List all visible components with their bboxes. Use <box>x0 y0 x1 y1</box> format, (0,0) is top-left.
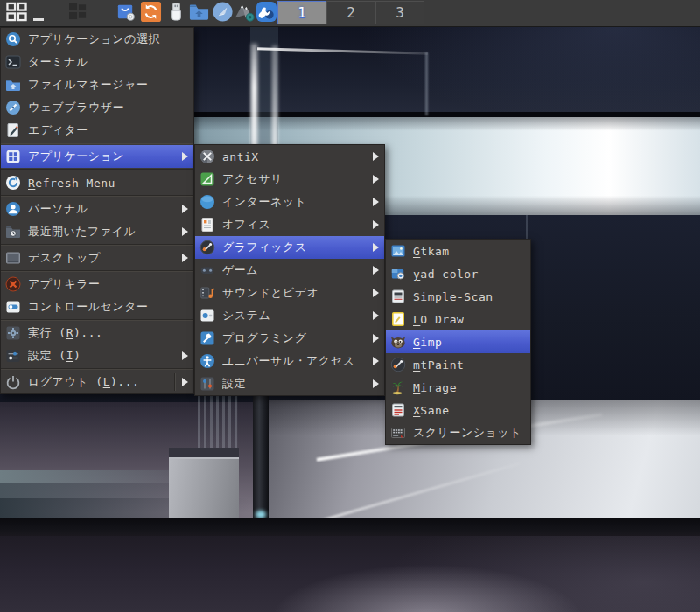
workspace-button-2[interactable]: 2 <box>326 1 375 24</box>
menu-item-label: XSane <box>413 404 450 417</box>
wallpaper-table-front-edge <box>0 518 700 536</box>
iconify-button[interactable] <box>32 2 46 24</box>
palm-tree-icon <box>389 379 406 396</box>
menu-separator <box>1 270 193 272</box>
menu-item-logout[interactable]: ログアウト (L)... <box>1 371 193 393</box>
menu-item-label: アプリキラー <box>28 276 101 292</box>
menu-item-desktop[interactable]: デスクトップ <box>1 247 193 269</box>
window-list-button[interactable] <box>66 2 89 24</box>
workspace-label: 2 <box>346 4 355 21</box>
submenu-arrow-icon <box>373 152 379 161</box>
submenu-arrow-icon <box>373 334 379 343</box>
menu-item-universal-access[interactable]: ユニバーサル・アクセス <box>195 350 384 372</box>
menu-item-simple-scan[interactable]: Simple-Scan <box>386 285 530 308</box>
submenu-arrow-icon <box>182 254 188 262</box>
search-icon <box>4 31 21 48</box>
menu-separator <box>1 195 193 197</box>
menu-item-refresh-menu[interactable]: Refresh Menu <box>1 171 193 194</box>
menu-item-applications[interactable]: アプリケーション <box>1 145 193 168</box>
submenu-arrow-icon <box>182 152 188 161</box>
root-menu: アプリケーションの選択 ターミナル ファイルマネージャー ウェブブラウザー エデ… <box>0 27 194 394</box>
lo-draw-icon <box>389 311 406 328</box>
submenu-arrow-icon <box>182 227 188 236</box>
menu-item-file-manager[interactable]: ファイルマネージャー <box>1 73 193 96</box>
compass-icon <box>212 1 234 26</box>
settings-tools-launcher[interactable] <box>255 2 277 24</box>
film-note-icon <box>199 285 215 302</box>
applications-grid-icon <box>4 149 21 165</box>
wallpaper-glass-edge <box>425 52 428 115</box>
package-manager-launcher[interactable] <box>114 2 136 24</box>
menu-item-control-center[interactable]: コントロールセンター <box>1 296 193 318</box>
accessories-icon <box>199 171 215 188</box>
menu-item-yad-color[interactable]: yad-color <box>386 262 530 285</box>
menu-item-app-killer[interactable]: アプリキラー <box>1 273 193 296</box>
menu-item-label: デスクトップ <box>28 250 101 266</box>
compass-icon <box>4 100 21 116</box>
globe-icon <box>199 194 215 211</box>
usb-devices-launcher[interactable] <box>164 2 187 24</box>
menu-item-office[interactable]: オフィス <box>195 213 384 236</box>
menu-item-label: ターミナル <box>28 54 88 70</box>
menu-item-xsane[interactable]: XSane <box>386 399 530 421</box>
menu-item-web-browser[interactable]: ウェブブラウザー <box>1 96 193 119</box>
scanner-icon <box>389 289 406 305</box>
wallpaper-floor <box>0 536 700 612</box>
menu-item-run[interactable]: 実行 (R)... <box>1 322 193 344</box>
window-list-grid-icon <box>68 3 88 24</box>
folder-icon <box>188 1 210 26</box>
menu-item-label: コントロールセンター <box>28 299 148 315</box>
menu-item-programming[interactable]: プログラミング <box>195 327 384 350</box>
menu-item-lo-draw[interactable]: LO Draw <box>386 308 530 330</box>
menu-item-internet[interactable]: インターネット <box>195 191 384 213</box>
menu-item-label: サウンドとビデオ <box>222 285 318 301</box>
wallpaper-pillar-glow <box>251 44 257 150</box>
menu-item-label: ログアウト (L)... <box>28 374 139 390</box>
wrench-icon <box>256 1 277 26</box>
submenu-arrow-icon <box>373 266 379 275</box>
menu-item-gimp[interactable]: Gimp <box>386 330 530 353</box>
desktop-screen: 1 2 3 アプリケーションの選択 ターミナル ファイルマネージャー ウェブブラ… <box>0 0 700 612</box>
update-launcher[interactable] <box>139 2 162 24</box>
menu-item-settings[interactable]: 設定 (I) <box>1 344 193 367</box>
workspace-button-3[interactable]: 3 <box>375 1 424 24</box>
workspace-label: 3 <box>396 4 404 21</box>
submenu-arrow-icon <box>373 175 379 184</box>
menu-item-editor[interactable]: エディター <box>1 119 193 142</box>
menu-item-system[interactable]: システム <box>195 304 384 327</box>
power-icon <box>4 374 21 391</box>
menu-item-accessories[interactable]: アクセサリ <box>195 168 384 191</box>
menu-item-preferences[interactable]: 設定 <box>195 372 384 395</box>
menu-item-label: ファイルマネージャー <box>28 77 148 93</box>
menu-item-mtpaint[interactable]: mtPaint <box>386 353 530 376</box>
menu-item-label: 設定 <box>222 376 246 392</box>
menu-item-games[interactable]: ゲーム <box>195 259 384 282</box>
menu-item-terminal[interactable]: ターミナル <box>1 51 193 73</box>
menu-item-label: antiX <box>222 150 259 163</box>
menu-item-sound-video[interactable]: サウンドとビデオ <box>195 282 384 304</box>
menu-item-label: mtPaint <box>413 358 464 372</box>
menu-item-label: LO Draw <box>413 313 464 326</box>
menu-item-graphics[interactable]: グラフィックス <box>195 236 384 259</box>
menu-item-screenshot[interactable]: スクリーンショット <box>386 421 530 444</box>
system-monitor-launcher[interactable] <box>233 2 256 24</box>
web-browser-launcher[interactable] <box>211 2 234 24</box>
wallpaper-pole <box>253 394 269 518</box>
submenu-arrow-icon <box>373 311 379 320</box>
menu-item-label: パーソナル <box>28 201 88 217</box>
menu-button[interactable] <box>3 2 31 24</box>
menu-item-gtkam[interactable]: Gtkam <box>386 240 530 262</box>
menu-item-antix[interactable]: antiX <box>195 145 384 168</box>
menu-item-label: アプリケーションの選択 <box>28 31 160 47</box>
gear-icon <box>4 325 21 342</box>
menu-item-recent-files[interactable]: 最近開いたファイル <box>1 220 193 243</box>
menu-item-label: アクセサリ <box>222 171 283 187</box>
file-manager-launcher[interactable] <box>187 2 210 24</box>
menu-item-personal[interactable]: パーソナル <box>1 198 193 220</box>
wallpaper-pedestal-box <box>169 448 239 518</box>
menu-item-app-select[interactable]: アプリケーションの選択 <box>1 28 193 51</box>
menu-item-mirage[interactable]: Mirage <box>386 376 530 399</box>
submenu-arrow-icon <box>373 379 379 388</box>
workspace-button-1[interactable]: 1 <box>277 1 326 24</box>
editor-icon <box>4 122 21 139</box>
